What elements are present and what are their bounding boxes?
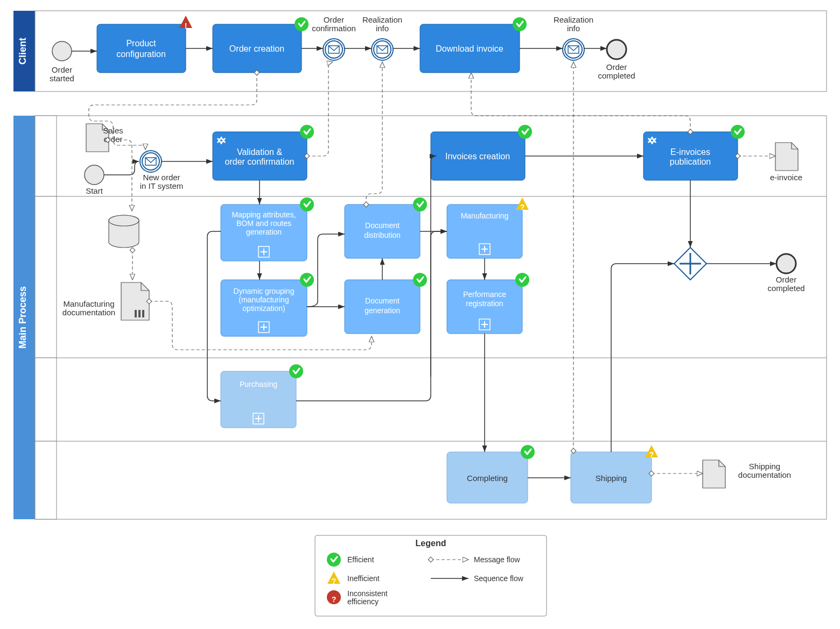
- order-started-label: Orderstarted: [50, 65, 74, 83]
- check-icon: [300, 273, 314, 287]
- start-label: Start: [86, 186, 103, 195]
- check-icon: [518, 125, 532, 139]
- svg-rect-20: [142, 310, 144, 317]
- sales-lane-label: Sales: [38, 143, 49, 168]
- check-icon: [413, 273, 427, 287]
- shipping-lane-label: Shipping: [38, 460, 49, 501]
- ship-doc-icon: [703, 460, 725, 488]
- check-icon: [300, 125, 314, 139]
- einvoice-label: e-invoice: [770, 173, 802, 182]
- product-configuration-task: [97, 24, 186, 73]
- mfg-doc-icon: [121, 282, 149, 320]
- check-icon: [731, 125, 745, 139]
- main-pool-label: Main Process: [17, 286, 28, 349]
- check-icon: [300, 197, 314, 211]
- svg-text:?: ?: [332, 595, 337, 604]
- purchasing-lane-label: Purchasing: [38, 373, 49, 426]
- order-completed-client-event: [607, 40, 626, 59]
- completing-label: Completing: [467, 473, 508, 483]
- legend-inefficient: Inefficient: [347, 574, 380, 583]
- invoices-creation-label: Invoices creation: [445, 152, 510, 161]
- svg-rect-21: [135, 310, 137, 317]
- order-completed-main-event: [776, 254, 796, 273]
- order-started-event: [52, 41, 72, 61]
- check-icon: [295, 17, 309, 31]
- check-icon: [513, 17, 527, 31]
- start-event: [85, 165, 104, 185]
- mfg-doc-label: Manufacturingdocumentation: [62, 299, 115, 317]
- new-order-label: New orderin IT system: [140, 173, 184, 190]
- legend-msg-label: Message flow: [474, 555, 520, 564]
- purchasing-label: Purchasing: [240, 380, 277, 388]
- legend-title: Legend: [416, 539, 446, 548]
- einvoices-label: E-invoicespublication: [670, 147, 711, 166]
- manufacturing-subprocess-label: Manufacturing: [461, 211, 509, 220]
- check-icon: [515, 273, 529, 287]
- svg-point-18: [109, 215, 139, 226]
- svg-rect-19: [138, 310, 141, 317]
- envelope-icon: [568, 46, 579, 53]
- legend-seq-label: Sequence flow: [474, 574, 524, 583]
- download-invoice-label: Download invoice: [436, 44, 503, 53]
- legend-efficient: Efficient: [347, 555, 374, 564]
- check-icon: [327, 553, 341, 567]
- envelope-icon: [145, 158, 156, 165]
- einvoice-doc-icon: [775, 143, 798, 171]
- perf-reg-label: Performanceregistration: [463, 290, 506, 308]
- manufacturing-lane-label: Manufacturing: [38, 244, 49, 310]
- check-icon: [289, 364, 303, 378]
- client-pool-label: Client: [17, 38, 28, 65]
- dyn-group-label: Dynamic grouping(manufacturingoptimizati…: [234, 287, 295, 313]
- envelope-icon: [377, 46, 388, 53]
- envelope-icon: [328, 46, 339, 53]
- shipping-label: Shipping: [596, 473, 627, 483]
- check-icon: [413, 197, 427, 211]
- order-creation-label: Order creation: [229, 44, 284, 53]
- check-icon: [521, 445, 535, 459]
